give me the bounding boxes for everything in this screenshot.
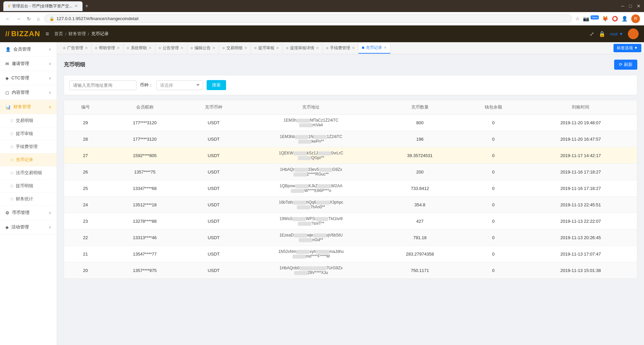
logo-text: BIZZAN xyxy=(11,29,40,38)
sidebar-item-ctc[interactable]: ◈ CTC管理 ∨ xyxy=(0,71,57,85)
sidebar-item-finance-stats[interactable]: □ 财务统计 xyxy=(0,193,57,206)
sidebar-item-recharge-record[interactable]: □ 充币记录 xyxy=(0,153,57,166)
cell-member: 177****3120 xyxy=(107,115,183,131)
tab-withdraw-detail-tab[interactable]: 提现审核详情 ✕ xyxy=(283,43,323,54)
cell-id: 27 xyxy=(64,147,107,164)
hamburger-button[interactable]: ≡ xyxy=(46,30,49,38)
tab-notice-mgmt[interactable]: 公告管理 ✕ xyxy=(155,43,187,54)
fullscreen-icon[interactable]: ⤢ xyxy=(590,31,594,37)
sidebar-label-finance: 财务管理 xyxy=(13,104,31,110)
sidebar-item-coin-mgmt[interactable]: ⚙ 币币管理 ∨ xyxy=(0,206,57,220)
tab-close-notice[interactable]: ✕ xyxy=(180,46,183,50)
sidebar-item-withdraw-audit[interactable]: □ 提币审核 xyxy=(0,127,57,140)
tab-label: 系统帮助 xyxy=(131,45,147,51)
lock-icon-nav[interactable]: 🔒 xyxy=(599,31,605,37)
user-avatar-nav[interactable] xyxy=(628,28,639,39)
extension-icon-4[interactable]: 👤 xyxy=(622,16,628,22)
coin-type-select[interactable]: 请选择 USDT BTC ETH xyxy=(156,80,203,90)
search-button[interactable]: 搜索 xyxy=(207,80,226,90)
user-info[interactable]: root ▼ xyxy=(610,31,623,37)
cell-amount: 200 xyxy=(377,164,462,180)
tab-recharge-record[interactable]: 充币记录 ✕ xyxy=(359,43,390,54)
new-tab-button[interactable]: + xyxy=(85,3,88,9)
tag-select-button[interactable]: 标签选项 ▼ xyxy=(613,44,641,52)
cell-amount: 800 xyxy=(377,115,462,131)
top-nav: // BIZZAN ≡ 首页 / 财务管理 / 充币记录 ⤢ 🔒 root ▼ xyxy=(0,25,644,42)
filter-bar: 币种： 请选择 USDT BTC ETH 搜索 xyxy=(64,75,637,95)
sidebar-item-activity-mgmt[interactable]: ◈ 活动管理 ∨ xyxy=(0,220,57,234)
tab-close-withdraw[interactable]: ✕ xyxy=(276,46,279,50)
sidebar-item-fee-mgmt[interactable]: □ 手续费管理 xyxy=(0,140,57,153)
sidebar-item-finance[interactable]: 📊 财务管理 ∧ xyxy=(0,100,57,114)
sidebar-label-withdraw-detail: 提币明细 xyxy=(16,183,33,189)
home-button[interactable]: ⌂ xyxy=(36,15,41,23)
cell-amount: 39.35724531 xyxy=(377,147,462,164)
member-arrow: ∨ xyxy=(49,47,51,52)
tab-close-icon[interactable]: ✕ xyxy=(74,4,78,8)
tab-close-sys[interactable]: ✕ xyxy=(149,46,152,50)
cell-member: 1357****975 xyxy=(107,262,183,279)
withdraw-audit-icon: □ xyxy=(11,131,13,136)
tab-close-help[interactable]: ✕ xyxy=(117,46,120,50)
browser-toolbar-icons: ☆ 📷 New 🦊 ⭕ 👤 R xyxy=(575,14,640,23)
forward-button[interactable]: → xyxy=(15,15,22,23)
tab-label: 交易明细 xyxy=(226,45,243,51)
cell-coin: USDT xyxy=(183,197,245,213)
cell-amount: 283.27974358 xyxy=(377,246,462,262)
cell-time: 2019-11-17 14:42:17 xyxy=(524,147,637,164)
sidebar-label-member: 会员管理 xyxy=(13,46,31,52)
cell-member: 13313****46 xyxy=(107,229,183,246)
breadcrumb-home[interactable]: 首页 xyxy=(54,31,63,37)
tab-close-withdraw-detail[interactable]: ✕ xyxy=(316,46,319,50)
breadcrumb-sep-1: / xyxy=(65,31,66,37)
address-search-input[interactable] xyxy=(69,80,137,90)
tab-edit-notice[interactable]: 编辑公告 ✕ xyxy=(187,43,219,54)
finance-icon: 📊 xyxy=(5,105,11,110)
tab-transaction[interactable]: 交易明细 ✕ xyxy=(219,43,251,54)
invite-arrow: ∨ xyxy=(49,62,51,66)
cell-id: 25 xyxy=(64,180,107,197)
restore-button[interactable]: □ xyxy=(629,3,632,9)
finance-stats-icon: □ xyxy=(11,197,13,201)
tab-withdraw-audit[interactable]: 提币审核 ✕ xyxy=(251,43,283,54)
extension-icon-3[interactable]: ⭕ xyxy=(612,16,618,22)
tab-title: 管理后台 - 币严|全球数字资产交... xyxy=(12,3,72,9)
browser-tab[interactable]: // 管理后台 - 币严|全球数字资产交... ✕ xyxy=(3,1,83,11)
extension-icon-2[interactable]: 🦊 xyxy=(602,16,608,22)
minimize-button[interactable]: ─ xyxy=(621,3,625,9)
cell-member: 13512****18 xyxy=(107,197,183,213)
reload-button[interactable]: ↻ xyxy=(25,15,32,23)
content-arrow: ∨ xyxy=(49,90,51,95)
tab-dot xyxy=(286,47,288,49)
cell-balance: 0 xyxy=(462,197,524,213)
cell-member: 13347****68 xyxy=(107,180,183,197)
tab-close-ad[interactable]: ✕ xyxy=(85,46,88,50)
back-button[interactable]: ← xyxy=(4,15,11,23)
refresh-button[interactable]: ⟳ 刷新 xyxy=(614,60,637,70)
tab-close-txn[interactable]: ✕ xyxy=(244,46,247,50)
tab-close-edit-notice[interactable]: ✕ xyxy=(212,46,215,50)
sidebar-item-invite[interactable]: ✉ 邀请管理 ∨ xyxy=(0,57,57,71)
sidebar-item-member[interactable]: 👤 会员管理 ∨ xyxy=(0,42,57,57)
tab-sys-help[interactable]: 系统帮助 ✕ xyxy=(123,43,155,54)
content-icon: ◻ xyxy=(5,90,9,95)
cell-time: 2019-11-13 22:45:51 xyxy=(524,197,637,213)
table-row: 24 13512****18 USDT 16bTsthhQq6X3phpc 7h… xyxy=(64,197,637,213)
extension-icon-1[interactable]: 📷 New xyxy=(583,16,599,22)
bookmark-icon[interactable]: ☆ xyxy=(575,16,580,22)
tab-fee-mgmt-tab[interactable]: 手续费管理 ✕ xyxy=(323,43,359,54)
sidebar-item-transaction[interactable]: □ 交易明细 xyxy=(0,114,57,127)
breadcrumb-finance[interactable]: 财务管理 xyxy=(68,31,86,37)
close-button[interactable]: ✕ xyxy=(637,3,641,9)
url-box[interactable]: 🔒 127.0.0.1:9527/#/finance/changecoindet… xyxy=(44,14,572,23)
sidebar-item-withdraw-detail[interactable]: □ 提币明细 xyxy=(0,180,57,193)
tab-close-recharge[interactable]: ✕ xyxy=(384,46,387,50)
tab-close-fee[interactable]: ✕ xyxy=(352,46,355,50)
sidebar-item-fiat-detail[interactable]: □ 法币交易明细 xyxy=(0,166,57,180)
tab-ad-mgmt[interactable]: 广告管理 ✕ xyxy=(60,43,92,54)
sidebar-item-content[interactable]: ◻ 内容管理 ∨ xyxy=(0,85,57,100)
tab-help-mgmt[interactable]: 帮助管理 ✕ xyxy=(92,43,123,54)
fee-icon: □ xyxy=(11,144,13,149)
user-avatar-browser[interactable]: R xyxy=(631,14,640,23)
cell-time: 2019-11-13 17:07:47 xyxy=(524,246,637,262)
